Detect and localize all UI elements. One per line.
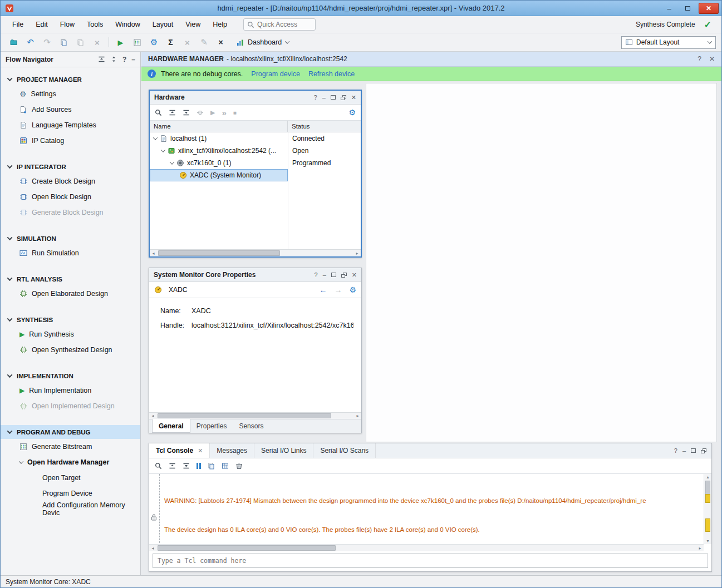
maximize-icon[interactable]	[691, 448, 696, 453]
settings-gear-icon[interactable]: ⚙	[349, 285, 356, 294]
close-design-button[interactable]: ×	[213, 36, 228, 49]
flow-item-open-synthesized-design[interactable]: Open Synthesized Design	[1, 342, 140, 358]
scrollbar-thumb[interactable]	[158, 413, 331, 418]
float-icon[interactable]	[341, 95, 346, 100]
warning-marker[interactable]	[705, 494, 710, 503]
undo-button[interactable]: ↶	[23, 36, 38, 49]
generate-bitstream-button[interactable]	[130, 36, 145, 49]
paste-button[interactable]	[73, 36, 88, 49]
search-icon[interactable]	[155, 462, 162, 470]
scroll-left-icon[interactable]: ◂	[149, 413, 156, 419]
run-button[interactable]: ▶	[113, 36, 128, 49]
report-sum-button[interactable]: Σ	[163, 36, 178, 49]
cancel-button[interactable]: ×	[180, 36, 195, 49]
vertical-scrollbar[interactable]: ▴ ▾	[704, 474, 711, 544]
copy-button[interactable]	[56, 36, 71, 49]
section-project-manager[interactable]: PROJECT MANAGER	[1, 72, 140, 86]
expand-all-icon[interactable]	[183, 462, 190, 470]
flow-item-add-sources[interactable]: Add Sources	[1, 102, 140, 117]
close-button[interactable]: ✕	[699, 3, 719, 14]
minimize-icon[interactable]: –	[322, 94, 326, 101]
help-icon[interactable]: ?	[698, 55, 701, 63]
horizontal-scrollbar[interactable]: ◂ ▸	[149, 544, 704, 551]
flow-item-language-templates[interactable]: Language Templates	[1, 117, 140, 133]
menu-window[interactable]: Window	[109, 18, 146, 31]
scroll-left-icon[interactable]: ◂	[150, 250, 157, 256]
flow-item-generate-bitstream[interactable]: Generate Bitstream	[1, 439, 140, 454]
flow-item-add-configuration-memory-device[interactable]: Add Configuration Memory Devic	[1, 501, 140, 517]
table-row[interactable]: xilinx_tcf/Xilinx/localhost:2542 (... Op…	[150, 145, 361, 157]
flow-item-open-implemented-design[interactable]: Open Implemented Design	[1, 398, 140, 414]
float-icon[interactable]	[701, 448, 706, 453]
tab-serial-io-links[interactable]: Serial I/O Links	[254, 443, 313, 458]
table-row[interactable]: localhost (1) Connected	[150, 132, 361, 145]
flow-item-open-block-design[interactable]: Open Block Design	[1, 189, 140, 205]
section-implementation[interactable]: IMPLEMENTATION	[1, 369, 140, 383]
menu-view[interactable]: View	[179, 18, 207, 31]
tab-properties[interactable]: Properties	[190, 419, 233, 433]
fast-forward-icon[interactable]: »	[222, 108, 226, 117]
refresh-device-link[interactable]: Refresh device	[308, 70, 355, 78]
flow-item-open-hardware-manager[interactable]: Open Hardware Manager	[1, 454, 140, 470]
dashboard-menu[interactable]: Dashboard	[237, 38, 289, 46]
minimize-icon[interactable]: –	[323, 271, 326, 278]
flow-item-run-implementation[interactable]: ▶ Run Implementation	[1, 383, 140, 398]
maximize-icon[interactable]	[331, 273, 336, 277]
warning-marker[interactable]	[705, 518, 710, 532]
section-simulation[interactable]: SIMULATION	[1, 231, 140, 245]
stop-icon[interactable]: ■	[233, 110, 237, 116]
menu-tools[interactable]: Tools	[81, 18, 109, 31]
flow-item-open-target[interactable]: Open Target	[1, 470, 140, 486]
scroll-right-icon[interactable]: ▸	[696, 545, 704, 551]
expand-collapse-icon[interactable]	[110, 56, 117, 63]
float-icon[interactable]	[341, 273, 347, 278]
collapse-all-icon[interactable]	[169, 462, 176, 470]
table-row-selected[interactable]: XADC (System Monitor)	[150, 169, 361, 181]
maximize-icon[interactable]	[331, 95, 336, 100]
menu-edit[interactable]: Edit	[30, 18, 54, 31]
minimize-button[interactable]: –	[662, 3, 676, 14]
close-icon[interactable]: ✕	[709, 55, 715, 63]
tab-serial-io-scans[interactable]: Serial I/O Scans	[313, 443, 376, 458]
copy-icon[interactable]	[208, 462, 215, 470]
console-output[interactable]: WARNING: [Labtools 27-1974] Mismatch bet…	[149, 474, 711, 551]
expand-all-icon[interactable]	[183, 109, 190, 116]
layout-select[interactable]: Default Layout	[621, 36, 716, 49]
menu-file[interactable]: File	[6, 18, 30, 31]
help-icon[interactable]: ?	[674, 447, 677, 454]
flow-item-generate-block-design[interactable]: Generate Block Design	[1, 205, 140, 220]
flow-item-create-block-design[interactable]: Create Block Design	[1, 174, 140, 189]
close-tab-icon[interactable]: ✕	[198, 447, 203, 454]
report-icon[interactable]	[222, 462, 229, 470]
open-project-button[interactable]	[6, 36, 21, 49]
scroll-right-icon[interactable]: ▸	[354, 413, 361, 419]
section-ip-integrator[interactable]: IP INTEGRATOR	[1, 160, 140, 174]
section-rtl-analysis[interactable]: RTL ANALYSIS	[1, 272, 140, 286]
delete-button[interactable]: ×	[90, 36, 105, 49]
flow-item-settings[interactable]: ⚙ Settings	[1, 86, 140, 102]
menu-help[interactable]: Help	[207, 18, 233, 31]
help-icon[interactable]: ?	[122, 56, 126, 63]
pause-icon[interactable]	[197, 463, 198, 469]
help-icon[interactable]: ?	[314, 94, 317, 101]
column-status[interactable]: Status	[288, 121, 361, 132]
redo-button[interactable]: ↷	[40, 36, 55, 49]
minimize-panel-icon[interactable]: –	[131, 56, 135, 63]
flow-item-ip-catalog[interactable]: IP Catalog	[1, 133, 140, 149]
scroll-left-icon[interactable]: ◂	[149, 545, 156, 551]
collapse-all-icon[interactable]	[169, 109, 176, 116]
tab-messages[interactable]: Messages	[210, 443, 254, 458]
close-icon[interactable]: ✕	[351, 94, 356, 101]
flow-item-run-synthesis[interactable]: ▶ Run Synthesis	[1, 327, 140, 342]
edit-button[interactable]: ✎	[197, 36, 212, 49]
forward-icon[interactable]: →	[334, 285, 342, 294]
collapse-all-icon[interactable]	[98, 56, 105, 63]
tab-sensors[interactable]: Sensors	[233, 419, 269, 433]
run-icon[interactable]: ▶	[210, 109, 215, 116]
section-synthesis[interactable]: SYNTHESIS	[1, 313, 140, 327]
scroll-down-icon[interactable]: ▾	[704, 538, 711, 544]
minimize-icon[interactable]: –	[682, 447, 686, 454]
settings-button[interactable]: ⚙	[146, 36, 161, 49]
trash-icon[interactable]	[235, 462, 243, 470]
flow-item-open-elaborated-design[interactable]: Open Elaborated Design	[1, 286, 140, 302]
